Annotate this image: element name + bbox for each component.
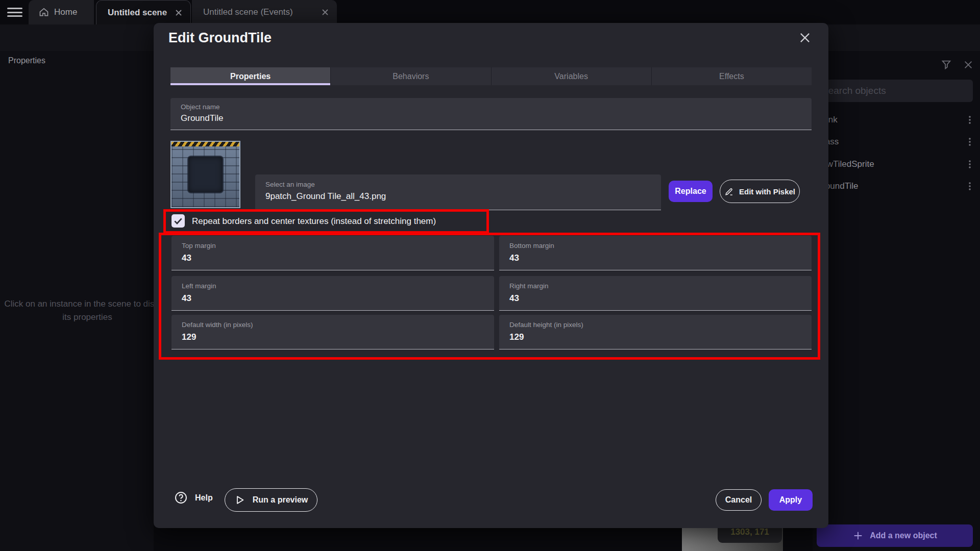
repeat-borders-label: Repeat borders and center textures (inst…: [192, 216, 436, 227]
tab-effects[interactable]: Effects: [652, 67, 812, 85]
dialog-close-icon[interactable]: [798, 31, 812, 44]
help-icon: [174, 491, 188, 505]
tab-effects-label: Effects: [719, 72, 744, 81]
hamburger-menu-icon[interactable]: [7, 8, 22, 17]
object-name-label: Object name: [181, 103, 801, 111]
bottom-margin-field[interactable]: Bottom margin 43: [499, 236, 812, 270]
add-new-object-button[interactable]: Add a new object: [817, 524, 973, 547]
right-margin-label: Right margin: [509, 282, 801, 290]
object-list-item[interactable]: GroundTile: [813, 176, 980, 196]
left-margin-label: Left margin: [182, 282, 484, 290]
edit-object-dialog: Edit GroundTile Properties Behaviors Var…: [154, 23, 828, 528]
close-icon[interactable]: [175, 9, 182, 16]
apply-label: Apply: [779, 495, 802, 505]
close-icon[interactable]: [322, 9, 329, 16]
properties-panel-title: Properties: [8, 56, 45, 65]
top-tab-bar: Home Untitled scene Untitled scene (Even…: [0, 0, 980, 24]
object-list-item[interactable]: Grass: [813, 132, 980, 152]
edit-with-piskel-button[interactable]: Edit with Piskel: [720, 180, 800, 203]
add-new-object-label: Add a new object: [870, 531, 937, 540]
properties-empty-message: Click on an instance in the scene to dis…: [0, 297, 175, 324]
select-image-label: Select an image: [265, 181, 651, 188]
tab-behaviors[interactable]: Behaviors: [331, 67, 491, 85]
tile-image-thumbnail[interactable]: [170, 141, 240, 208]
top-margin-value: 43: [182, 253, 484, 263]
hazard-stripe: [172, 142, 239, 146]
select-image-field[interactable]: Select an image 9patch_Ground Tile_all_4…: [255, 174, 661, 210]
tab-home-label: Home: [54, 7, 77, 17]
dialog-tabs: Properties Behaviors Variables Effects: [170, 67, 812, 85]
top-margin-label: Top margin: [182, 242, 484, 249]
repeat-borders-checkbox[interactable]: [172, 214, 185, 228]
edit-with-piskel-label: Edit with Piskel: [739, 187, 795, 196]
kebab-menu-icon[interactable]: [966, 159, 974, 169]
plus-icon: [852, 530, 864, 541]
kebab-menu-icon[interactable]: [966, 115, 974, 125]
right-margin-field[interactable]: Right margin 43: [499, 276, 812, 311]
pencil-icon: [724, 186, 734, 196]
object-list-item[interactable]: Trunk: [813, 110, 980, 130]
search-objects-input[interactable]: [815, 80, 973, 102]
checkmark-icon: [173, 216, 183, 226]
tile-center: [188, 157, 223, 192]
cancel-label: Cancel: [725, 495, 752, 505]
tab-properties[interactable]: Properties: [170, 67, 331, 85]
kebab-menu-icon[interactable]: [966, 181, 974, 191]
object-list-item[interactable]: NewTiledSprite: [813, 154, 980, 174]
default-width-label: Default width (in pixels): [182, 321, 484, 329]
replace-button[interactable]: Replace: [669, 181, 713, 202]
cancel-button[interactable]: Cancel: [716, 489, 762, 511]
bottom-margin-value: 43: [509, 253, 801, 263]
run-preview-label: Run a preview: [253, 495, 308, 505]
home-icon: [39, 7, 49, 17]
tab-untitled-scene[interactable]: Untitled scene: [96, 0, 191, 24]
tab-properties-label: Properties: [230, 72, 271, 81]
tab-scene-label: Untitled scene: [108, 8, 167, 18]
left-margin-value: 43: [182, 293, 484, 304]
filter-icon[interactable]: [941, 59, 952, 70]
tab-home[interactable]: Home: [29, 0, 94, 24]
kebab-menu-icon[interactable]: [966, 137, 974, 147]
tab-behaviors-label: Behaviors: [393, 72, 429, 81]
tab-variables[interactable]: Variables: [492, 67, 652, 85]
image-filename: 9patch_Ground Tile_all_43.png: [265, 191, 651, 202]
default-width-field[interactable]: Default width (in pixels) 129: [172, 315, 494, 349]
bottom-margin-label: Bottom margin: [509, 242, 801, 249]
default-height-field[interactable]: Default height (in pixels) 129: [499, 315, 812, 349]
right-margin-value: 43: [509, 293, 801, 304]
dialog-title: Edit GroundTile: [168, 30, 272, 46]
object-name-value: GroundTile: [181, 113, 801, 123]
help-button[interactable]: Help: [174, 491, 213, 505]
object-name-field[interactable]: Object name GroundTile: [170, 98, 812, 130]
default-width-value: 129: [182, 332, 484, 342]
tab-variables-label: Variables: [554, 72, 588, 81]
default-height-value: 129: [509, 332, 801, 342]
default-height-label: Default height (in pixels): [509, 321, 801, 329]
tab-untitled-scene-events[interactable]: Untitled scene (Events): [192, 0, 337, 24]
run-preview-button[interactable]: Run a preview: [225, 488, 317, 512]
top-margin-field[interactable]: Top margin 43: [172, 236, 494, 270]
play-icon: [234, 494, 246, 506]
close-panel-icon[interactable]: [963, 59, 974, 70]
apply-button[interactable]: Apply: [769, 489, 813, 511]
replace-label: Replace: [675, 187, 706, 196]
help-label: Help: [195, 493, 213, 503]
tab-events-label: Untitled scene (Events): [203, 7, 293, 17]
left-margin-field[interactable]: Left margin 43: [172, 276, 494, 311]
